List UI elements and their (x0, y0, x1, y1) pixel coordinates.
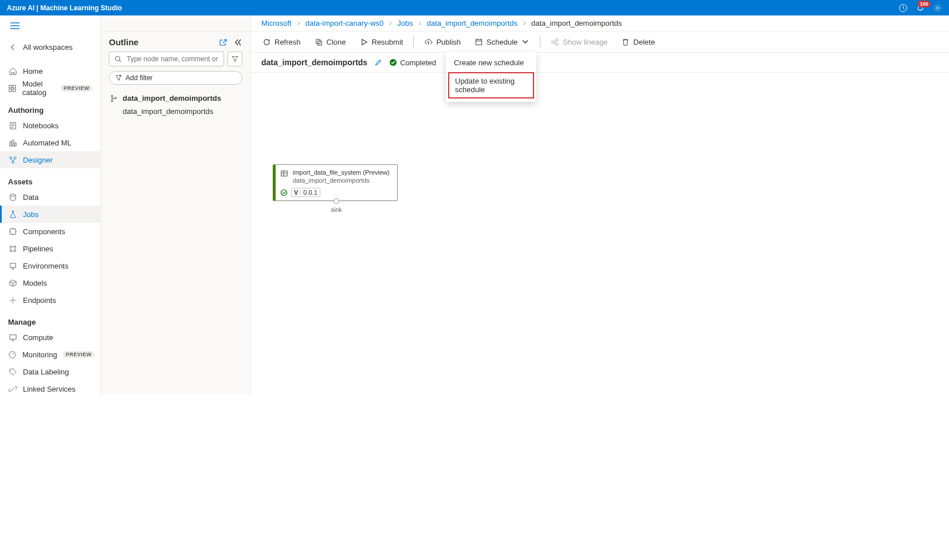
publish-button[interactable]: Publish (418, 35, 466, 49)
lineage-icon (551, 38, 559, 46)
all-workspaces-link[interactable]: All workspaces (0, 38, 100, 56)
nav-monitoring[interactable]: Monitoring PREVIEW (0, 346, 100, 363)
endpoints-icon (8, 295, 17, 305)
schedule-create-item[interactable]: Create new schedule (446, 54, 536, 71)
refresh-icon (262, 38, 271, 46)
share-icon[interactable] (218, 38, 228, 47)
tree-parent[interactable]: data_import_demoimportds (105, 92, 246, 105)
svg-point-17 (10, 250, 11, 251)
nav-endpoints[interactable]: Endpoints (0, 291, 100, 309)
hamburger-icon[interactable] (8, 19, 22, 33)
nav-data[interactable]: Data (0, 188, 100, 206)
pipeline-node[interactable]: import_data_file_system (Preview) data_i… (273, 164, 398, 201)
search-icon (114, 55, 122, 63)
nav-components[interactable]: Components (0, 223, 100, 240)
svg-rect-8 (12, 140, 14, 145)
svg-point-13 (10, 194, 15, 196)
nav-designer[interactable]: Designer (0, 151, 100, 168)
outline-search[interactable] (109, 52, 224, 66)
svg-rect-4 (9, 89, 12, 92)
crumb-microsoft[interactable]: Microsoft (261, 19, 292, 27)
nav-data-labeling-label: Data Labeling (23, 368, 69, 376)
crumb-jobs[interactable]: Jobs (397, 19, 413, 27)
node-version-v: V (294, 188, 298, 196)
success-check-icon (389, 58, 397, 66)
clone-button[interactable]: Clone (309, 35, 352, 49)
collapse-icon[interactable] (233, 38, 242, 47)
svg-rect-9 (14, 143, 16, 146)
automl-icon (8, 138, 17, 147)
toolbar-separator (540, 36, 540, 48)
tree-child[interactable]: data_import_demoimportds (105, 105, 246, 118)
schedule-button[interactable]: Schedule (469, 35, 535, 49)
nav-model-catalog[interactable]: Model catalog PREVIEW (0, 80, 100, 97)
svg-point-12 (11, 161, 14, 163)
schedule-dropdown: Create new schedule Update to existing s… (446, 52, 536, 102)
nav-jobs[interactable]: Jobs (0, 206, 100, 223)
svg-rect-7 (9, 141, 11, 146)
outline-search-input[interactable] (126, 54, 219, 64)
back-arrow-icon (8, 42, 17, 52)
chevron-right-icon (418, 21, 422, 26)
outline-title: Outline (109, 37, 218, 47)
svg-point-23 (115, 56, 120, 61)
schedule-label: Schedule (487, 38, 517, 46)
crumb-workspace[interactable]: data-import-canary-ws0 (305, 19, 384, 27)
node-port-label: sink (331, 206, 342, 213)
svg-rect-3 (13, 85, 15, 88)
nav-data-labeling[interactable]: Data Labeling (0, 363, 100, 380)
nav-pipelines-label: Pipelines (23, 244, 53, 253)
bell-icon[interactable]: 100 (916, 3, 925, 13)
clock-icon[interactable] (899, 3, 908, 13)
refresh-label: Refresh (274, 38, 301, 46)
add-filter-icon (115, 74, 122, 81)
add-filter-button[interactable]: Add filter (109, 71, 242, 85)
status-label: Completed (400, 58, 436, 67)
nav-pipelines[interactable]: Pipelines (0, 240, 100, 257)
filter-button[interactable] (228, 52, 242, 66)
nav-environments[interactable]: Environments (0, 257, 100, 274)
nav-jobs-label: Jobs (23, 210, 38, 219)
schedule-update-item[interactable]: Update to existing schedule (448, 72, 534, 98)
table-icon (280, 169, 288, 178)
nav-compute[interactable]: Compute (0, 329, 100, 346)
svg-point-1 (936, 6, 939, 9)
link-icon (8, 384, 17, 393)
chevron-right-icon (388, 21, 393, 26)
play-icon (360, 38, 368, 46)
clone-icon (315, 38, 323, 46)
clone-label: Clone (327, 38, 346, 46)
calendar-icon (474, 38, 483, 46)
delete-button[interactable]: Delete (615, 35, 661, 49)
settings-gear-icon[interactable] (933, 3, 942, 13)
breadcrumb: Microsoft data-import-canary-ws0 Jobs da… (251, 15, 949, 31)
svg-rect-29 (476, 39, 481, 44)
nav-notebooks-label: Notebooks (23, 121, 58, 130)
crumb-parent-job[interactable]: data_import_demoimportds (427, 19, 517, 27)
pipelines-icon (8, 244, 17, 253)
svg-point-25 (111, 100, 113, 101)
notification-badge: 100 (917, 1, 931, 7)
preview-chip-monitoring: PREVIEW (63, 351, 95, 358)
topbar-icons: 100 (899, 3, 942, 13)
refresh-button[interactable]: Refresh (257, 35, 307, 49)
resubmit-button[interactable]: Resubmit (354, 35, 409, 49)
svg-point-20 (11, 299, 14, 301)
edit-title-button[interactable] (374, 58, 382, 66)
svg-point-26 (115, 97, 116, 98)
nav-notebooks[interactable]: Notebooks (0, 117, 100, 134)
node-version-box: V 0.0.1 (291, 188, 320, 197)
nav-models[interactable]: Models (0, 274, 100, 291)
show-lineage-label: Show lineage (563, 38, 607, 46)
svg-point-16 (14, 246, 15, 247)
add-filter-label: Add filter (126, 74, 152, 82)
toolbar: Refresh Clone Resubmit Publish Sche (251, 31, 949, 53)
svg-rect-30 (552, 41, 554, 43)
nav-automl[interactable]: Automated ML (0, 134, 100, 151)
cloud-upload-icon (424, 38, 433, 46)
data-icon (8, 192, 17, 202)
node-output-port[interactable] (334, 198, 339, 204)
show-lineage-button: Show lineage (545, 35, 613, 49)
resubmit-label: Resubmit (372, 38, 403, 46)
nav-home[interactable]: Home (0, 62, 100, 80)
